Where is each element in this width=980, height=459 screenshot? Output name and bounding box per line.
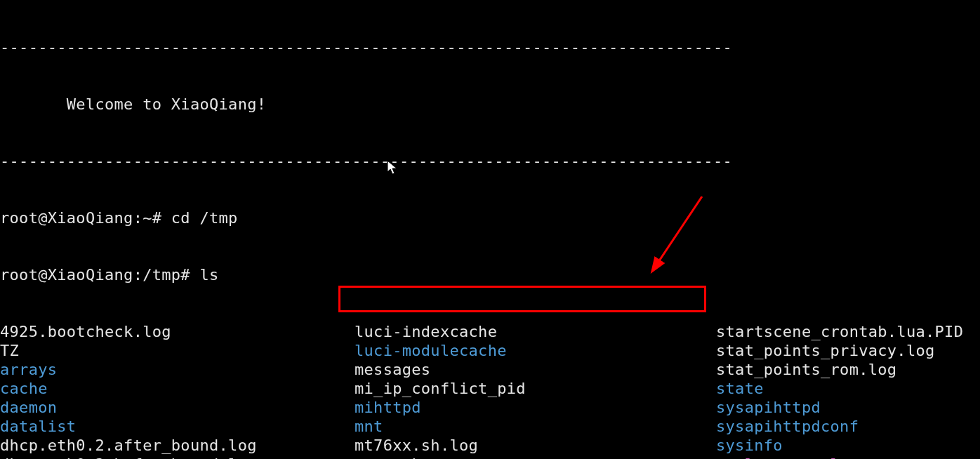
dash-line-bottom: ----------------------------------------… [0, 152, 980, 171]
ls-row: datalistmntsysapihttpdconf [0, 417, 980, 436]
shell-prompt: root@XiaoQiang:/tmp# [0, 266, 199, 284]
ls-entry: mt76xx.sh.log [355, 436, 716, 455]
banner-line: Welcome to XiaoQiang! [0, 95, 980, 114]
ls-row: dhcp.eth0.2.befor_bound.lognetwork.envsy… [0, 455, 980, 459]
ls-entry: syslog-ng.ctl [716, 455, 840, 459]
shell-prompt: root@XiaoQiang:~# [0, 209, 171, 227]
ls-entry: TZ [0, 341, 355, 360]
shell-command: cd /tmp [171, 209, 238, 227]
prompt-line-1: root@XiaoQiang:~# cd /tmp [0, 208, 980, 227]
prompt-line-2: root@XiaoQiang:/tmp# ls [0, 265, 980, 284]
ls-row: dhcp.eth0.2.after_bound.logmt76xx.sh.log… [0, 436, 980, 455]
ls-entry: dhcp.eth0.2.after_bound.log [0, 436, 355, 455]
ls-entry: dhcp.eth0.2.befor_bound.log [0, 455, 355, 459]
ls-entry: mnt [355, 417, 716, 436]
ls-entry: mi_ip_conflict_pid [355, 379, 716, 398]
ls-entry: datalist [0, 417, 355, 436]
ls-entry: state [716, 379, 764, 398]
ls-entry: mihttpd [355, 398, 716, 417]
ls-entry: sysinfo [716, 436, 783, 455]
ls-row: cachemi_ip_conflict_pidstate [0, 379, 980, 398]
ls-entry: sysapihttpdconf [716, 417, 859, 436]
ls-row: 4925.bootcheck.logluci-indexcachestartsc… [0, 322, 980, 341]
ls-entry: arrays [0, 360, 355, 379]
ls-row: daemonmihttpdsysapihttpd [0, 398, 980, 417]
ls-row: arraysmessagesstat_points_rom.log [0, 360, 980, 379]
ls-entry: messages [355, 360, 716, 379]
shell-command: ls [199, 266, 218, 284]
ls-entry: daemon [0, 398, 355, 417]
ls-entry: stat_points_rom.log [716, 360, 896, 379]
ls-entry: luci-indexcache [355, 322, 716, 341]
dash-line-top: ----------------------------------------… [0, 38, 980, 57]
ls-output: 4925.bootcheck.logluci-indexcachestartsc… [0, 322, 980, 459]
ls-entry: 4925.bootcheck.log [0, 322, 355, 341]
ls-entry: luci-modulecache [355, 341, 716, 360]
ls-entry: network.env [355, 455, 716, 459]
ls-entry: cache [0, 379, 355, 398]
terminal-output[interactable]: ----------------------------------------… [0, 0, 980, 459]
ls-entry: sysapihttpd [716, 398, 821, 417]
ls-entry: stat_points_privacy.log [716, 341, 935, 360]
ls-row: TZluci-modulecachestat_points_privacy.lo… [0, 341, 980, 360]
ls-entry: startscene_crontab.lua.PID [716, 322, 963, 341]
